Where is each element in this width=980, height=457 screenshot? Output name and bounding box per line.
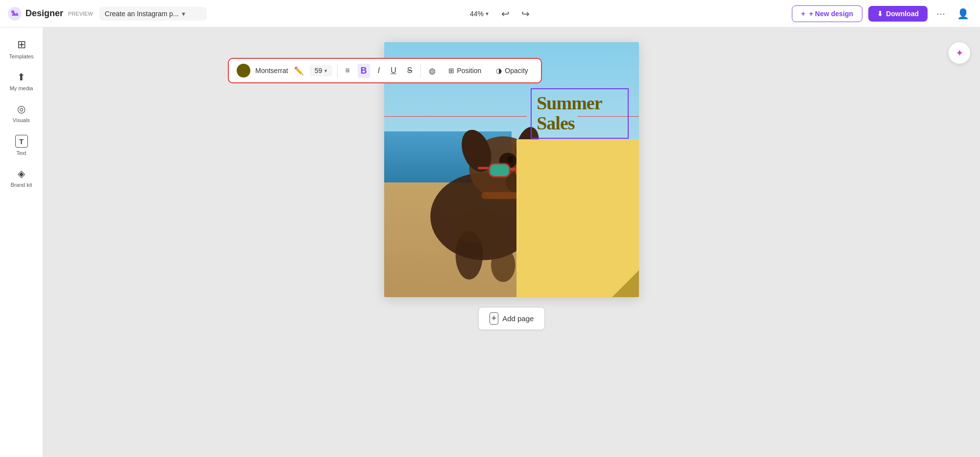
- brand-kit-icon: ◈: [18, 168, 25, 179]
- my-media-icon: ⬆: [17, 71, 25, 83]
- align-icon: ≡: [345, 66, 350, 75]
- zoom-control[interactable]: 44% ▾: [466, 8, 492, 20]
- share-icon: ⋯: [936, 8, 945, 19]
- preview-label: PREVIEW: [68, 11, 93, 17]
- italic-button[interactable]: I: [375, 64, 383, 77]
- redo-icon: ↪: [521, 8, 530, 20]
- new-design-button[interactable]: + + New design: [792, 5, 862, 22]
- sidebar-item-templates[interactable]: ⊞ Templates: [2, 33, 41, 64]
- svg-rect-11: [490, 164, 509, 176]
- text-line-2: Sales: [537, 113, 574, 133]
- strikethrough-button[interactable]: S: [404, 64, 416, 77]
- add-page-label: Add page: [502, 314, 534, 323]
- undo-icon: ↩: [501, 8, 510, 20]
- brand-logo: Designer PREVIEW: [8, 7, 93, 21]
- visuals-icon: ◎: [17, 103, 25, 115]
- canvas-text-element[interactable]: Summer Sales: [531, 88, 629, 139]
- user-icon: 👤: [957, 8, 969, 20]
- pencil-icon: ✏️: [294, 67, 304, 75]
- bold-icon: B: [361, 66, 367, 76]
- svg-point-6: [507, 156, 513, 163]
- underline-button[interactable]: U: [388, 64, 399, 77]
- effects-button[interactable]: ◍: [426, 64, 439, 77]
- underline-icon: U: [391, 66, 396, 75]
- plus-icon: +: [801, 10, 805, 18]
- add-page-icon: +: [490, 312, 499, 325]
- main-area: ⊞ Templates ⬆ My media ◎ Visuals T Text …: [0, 27, 980, 457]
- canvas-area: Summer Sales + Add page ✦: [43, 27, 980, 457]
- formatting-toolbar: Montserrat ✏️ 59 ▾ ≡ B I U S: [228, 58, 542, 83]
- share-button[interactable]: ⋯: [933, 5, 948, 22]
- position-icon: ⊞: [448, 67, 454, 75]
- download-icon: ⬇: [877, 10, 883, 18]
- bold-button[interactable]: B: [358, 64, 370, 78]
- guide-line-left: [384, 116, 527, 117]
- svg-point-1: [11, 10, 14, 13]
- font-name-label: Montserrat: [255, 67, 288, 75]
- designer-logo-icon: [8, 7, 22, 21]
- svg-rect-14: [478, 167, 489, 169]
- top-navigation: Designer PREVIEW Create an Instagram p..…: [0, 0, 980, 27]
- zoom-value: 44%: [470, 10, 484, 18]
- sidebar-item-label: Brand kit: [11, 182, 32, 188]
- sparkle-icon: ✦: [956, 47, 964, 59]
- text-line-1: Summer: [537, 93, 602, 113]
- toolbar-separator: [337, 64, 338, 77]
- font-size-value: 59: [315, 67, 322, 75]
- font-size-control[interactable]: 59 ▾: [310, 65, 332, 76]
- italic-icon: I: [378, 66, 380, 75]
- toolbar-separator-2: [420, 64, 421, 77]
- add-page-button[interactable]: + Add page: [478, 307, 545, 330]
- svg-point-18: [491, 248, 515, 282]
- canvas-text-content: Summer Sales: [537, 93, 623, 134]
- chevron-down-icon: ▾: [486, 10, 489, 17]
- download-button[interactable]: ⬇ Download: [868, 6, 928, 22]
- position-label: Position: [457, 67, 482, 75]
- effects-icon: ◍: [429, 66, 436, 76]
- undo-button[interactable]: ↩: [498, 5, 513, 23]
- app-name: Designer: [25, 8, 63, 19]
- sidebar-item-visuals[interactable]: ◎ Visuals: [2, 98, 41, 128]
- sidebar-item-label: My media: [10, 85, 33, 91]
- folded-corner: [612, 270, 639, 297]
- sidebar-item-label: Text: [16, 150, 26, 156]
- sidebar-item-my-media[interactable]: ⬆ My media: [2, 66, 41, 96]
- sidebar-item-brand-kit[interactable]: ◈ Brand kit: [2, 163, 41, 193]
- sidebar: ⊞ Templates ⬆ My media ◎ Visuals T Text …: [0, 27, 43, 457]
- sidebar-item-text[interactable]: T Text: [2, 130, 41, 161]
- doc-title-text: Create an Instagram p...: [105, 10, 179, 18]
- opacity-button[interactable]: ◑ Opacity: [491, 65, 533, 76]
- add-page-area: + Add page: [478, 307, 545, 330]
- edit-font-button[interactable]: ✏️: [293, 65, 305, 76]
- templates-icon: ⊞: [17, 38, 26, 51]
- chevron-down-icon: ▾: [182, 10, 185, 18]
- doc-title-dropdown[interactable]: Create an Instagram p... ▾: [99, 7, 207, 21]
- redo-button[interactable]: ↪: [518, 5, 533, 23]
- sidebar-item-label: Visuals: [13, 117, 30, 123]
- new-design-label: + New design: [809, 10, 853, 18]
- download-label: Download: [886, 10, 919, 18]
- text-icon: T: [15, 135, 28, 148]
- align-button[interactable]: ≡: [343, 64, 353, 77]
- opacity-label: Opacity: [505, 67, 528, 75]
- svg-rect-13: [510, 168, 515, 171]
- sidebar-item-label: Templates: [9, 53, 33, 59]
- magic-button[interactable]: ✦: [949, 42, 970, 64]
- user-account-button[interactable]: 👤: [954, 5, 972, 23]
- chevron-down-icon: ▾: [324, 68, 327, 74]
- svg-point-19: [454, 209, 503, 243]
- svg-rect-20: [481, 192, 520, 199]
- strikethrough-icon: S: [407, 66, 413, 75]
- text-color-swatch[interactable]: [237, 64, 250, 77]
- opacity-icon: ◑: [496, 67, 502, 75]
- position-button[interactable]: ⊞ Position: [443, 65, 487, 76]
